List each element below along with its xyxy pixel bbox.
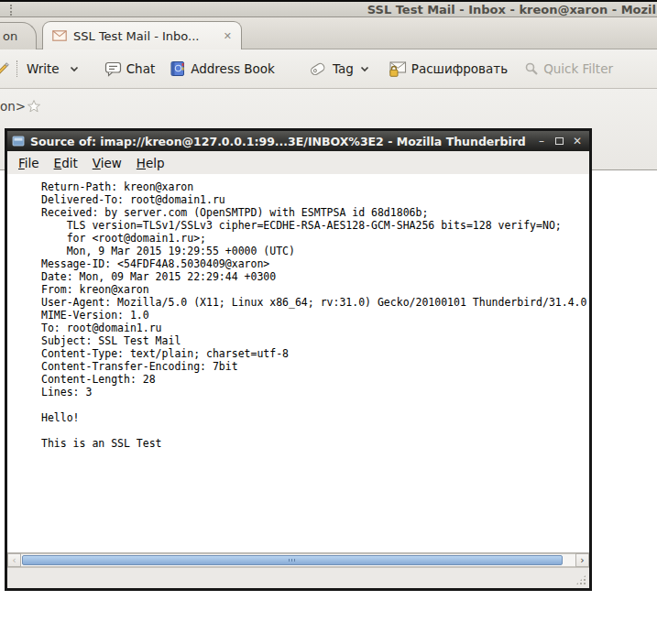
document-icon (12, 135, 25, 147)
resize-grip[interactable] (575, 574, 586, 585)
chat-label: Chat (126, 61, 156, 76)
tab-partial-left[interactable]: on (0, 22, 37, 50)
address-book-label: Address Book (191, 61, 275, 76)
minimize-icon[interactable]: – (537, 136, 546, 146)
mail-toolbar: Write Chat Address Book (0, 49, 657, 89)
maximize-icon[interactable] (555, 137, 564, 145)
scroll-right-arrow-icon[interactable]: › (575, 553, 589, 567)
quick-filter-button[interactable]: Quick Filter (524, 61, 613, 76)
source-window-menubar: File Edit View Help (7, 151, 589, 174)
envelope-lock-icon (388, 60, 407, 78)
tab-ssl-test-mail[interactable]: SSL Test Mail - Inbo... ✕ (42, 21, 242, 49)
tag-label: Tag (333, 61, 354, 76)
tab-bar: on SSL Test Mail - Inbo... ✕ (0, 17, 657, 49)
menu-file[interactable]: File (11, 153, 47, 173)
source-window-title: Source of: imap://kreon@127.0.0.1:99...3… (30, 135, 531, 148)
message-source-view: Return-Path: kreon@xaron Delivered-To: r… (7, 174, 589, 552)
tab-close-icon[interactable]: ✕ (224, 30, 232, 42)
scroll-left-arrow-icon[interactable]: ‹ (7, 553, 21, 567)
toolbar-grip[interactable] (16, 60, 18, 77)
chat-bubble-icon (104, 61, 122, 77)
envelope-icon (52, 30, 67, 41)
quick-filter-label: Quick Filter (543, 61, 613, 76)
chat-button[interactable]: Chat (104, 61, 156, 77)
tag-icon (308, 60, 328, 77)
tag-button[interactable]: Tag (308, 60, 369, 77)
decrypt-button[interactable]: Расшифровать (388, 60, 508, 78)
pencil-icon (0, 61, 10, 77)
scrollbar-thumb[interactable] (22, 555, 563, 565)
write-button[interactable]: Write (0, 60, 79, 77)
magnifier-icon (524, 61, 539, 76)
address-book-icon (170, 60, 186, 77)
source-window-titlebar[interactable]: Source of: imap://kreon@127.0.0.1:99...3… (7, 131, 589, 151)
source-window-statusbar (7, 567, 589, 588)
scrollbar-track[interactable] (21, 553, 575, 567)
chevron-down-icon (360, 66, 369, 72)
menu-edit[interactable]: Edit (47, 153, 85, 173)
menu-view[interactable]: View (85, 153, 129, 173)
source-window: Source of: imap://kreon@127.0.0.1:99...3… (5, 128, 592, 591)
horizontal-scrollbar: ‹ › (7, 552, 589, 567)
main-window-titlebar: SSL Test Mail - Inbox - kreon@xaron - Mo… (0, 0, 657, 17)
menu-help[interactable]: Help (129, 153, 172, 173)
decrypt-label: Расшифровать (411, 61, 508, 76)
tab-label: SSL Test Mail - Inbo... (73, 29, 217, 43)
message-source-text: Return-Path: kreon@xaron Delivered-To: r… (7, 174, 589, 450)
sender-partial-text: on> (0, 99, 26, 114)
main-window-title: SSL Test Mail - Inbox - kreon@xaron - Mo… (10, 3, 656, 16)
tab-partial-label: on (3, 29, 17, 43)
star-icon[interactable] (27, 99, 41, 114)
address-book-button[interactable]: Address Book (170, 60, 275, 77)
write-label: Write (27, 61, 60, 76)
close-icon[interactable]: ✕ (573, 136, 582, 146)
chevron-down-icon (70, 66, 79, 72)
